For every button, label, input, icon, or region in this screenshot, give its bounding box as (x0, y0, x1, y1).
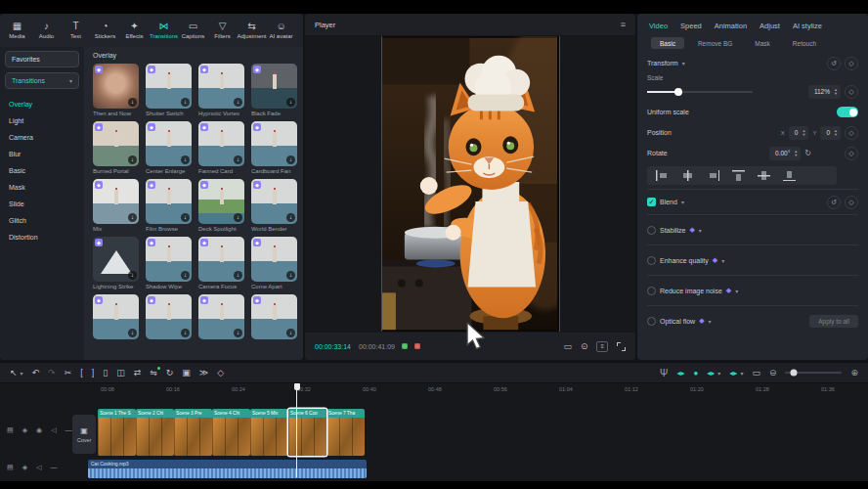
stabilize-checkbox[interactable] (647, 226, 656, 235)
transition-thumbnail[interactable]: ◆↓ (146, 121, 192, 166)
linking-icon[interactable]: ◂▸ (707, 369, 715, 378)
trim-right-icon[interactable]: ] (92, 369, 95, 378)
transition-thumbnail[interactable]: ◆↓ (198, 121, 244, 166)
top-tab-ai-avatar[interactable]: ☺AI avatar (267, 22, 295, 39)
stepper-icon[interactable]: ▲▼ (794, 150, 798, 157)
preview-video-frame[interactable] (381, 36, 560, 332)
keyframe-icon[interactable]: ◇ (845, 57, 858, 70)
hide-track-icon[interactable]: ◉ (36, 426, 42, 434)
split-icon[interactable]: ✂ (65, 369, 72, 378)
chevron-down-icon[interactable]: ▾ (681, 199, 684, 205)
rotate-dial-icon[interactable]: ↻ (804, 149, 811, 157)
dash-track-icon[interactable]: — (65, 426, 72, 434)
tab-adjust[interactable]: Adjust (760, 22, 780, 30)
chevron-down-icon[interactable]: ▾ (699, 227, 702, 234)
player-menu-icon[interactable]: ≡ (621, 20, 626, 29)
subtab-retouch[interactable]: Retouch (784, 37, 825, 49)
keyframe-icon[interactable]: ◇ (845, 196, 858, 209)
transition-thumbnail[interactable]: ◆↓ (146, 64, 192, 109)
chevron-down-icon[interactable]: ▾ (21, 370, 23, 377)
optical-flow-checkbox[interactable] (647, 317, 656, 326)
dash-track-icon[interactable]: — (50, 464, 57, 471)
sidebar-item-camera[interactable]: Camera (5, 129, 79, 146)
stepper-icon[interactable]: ▲▼ (834, 129, 838, 137)
sidebar-item-slide[interactable]: Slide (5, 196, 79, 212)
subtab-remove-bg[interactable]: Remove BG (689, 37, 741, 49)
transition-thumbnail[interactable]: ◆↓ (93, 179, 139, 224)
align-right-icon[interactable] (707, 170, 719, 181)
slider-thumb[interactable] (674, 88, 682, 96)
lock-track-icon[interactable]: ◈ (22, 464, 27, 471)
speed-icon[interactable]: ≫ (199, 369, 208, 378)
options-track-icon[interactable]: ▤ (7, 426, 14, 434)
transition-thumbnail[interactable]: ◆↓ (251, 121, 297, 166)
position-y-box[interactable]: 0 ▲▼ (820, 126, 841, 140)
align-left-icon[interactable] (656, 170, 669, 181)
reverse-icon[interactable]: ⇄ (134, 369, 142, 378)
chevron-down-icon[interactable]: ▾ (682, 60, 685, 67)
transition-thumbnail[interactable]: ◆↓ (198, 294, 244, 339)
top-tab-transitions[interactable]: ⋈Transitions (150, 22, 178, 39)
cover-button[interactable]: ▣ Cover (72, 415, 96, 454)
trim-left-icon[interactable]: [ (80, 369, 83, 378)
transition-thumbnail[interactable]: ◆↓ (251, 294, 297, 339)
transition-thumbnail[interactable]: ◆↓ (251, 179, 297, 224)
top-tab-adjustment[interactable]: ⇆Adjustment (238, 22, 266, 39)
timeline-clip-scene-4-chi[interactable]: Scene 4 Chi (212, 409, 250, 456)
tab-ai-stylize[interactable]: AI stylize (793, 22, 822, 30)
subtab-mask[interactable]: Mask (746, 37, 779, 49)
tab-animation[interactable]: Animation (715, 22, 747, 30)
align-center-v-icon[interactable] (758, 170, 770, 181)
sidebar-item-mask[interactable]: Mask (5, 179, 79, 196)
grid-overlay-icon[interactable] (414, 343, 420, 349)
timeline-clip-scene-7-tha[interactable]: Scene 7 Tha (326, 409, 365, 456)
timeline-zoom-slider[interactable] (785, 372, 842, 374)
auto-snap-icon[interactable]: ● (693, 369, 698, 378)
top-tab-stickers[interactable]: ◔Stickers (91, 22, 119, 39)
mirror-icon[interactable]: ⇋ (150, 369, 157, 378)
timeline-clip-scene-6-coo[interactable]: Scene 6 Coo (288, 409, 326, 456)
subtab-basic[interactable]: Basic (651, 37, 684, 49)
marker-icon[interactable]: ◇ (217, 369, 224, 378)
top-tab-captions[interactable]: ▭Captions (179, 22, 207, 39)
rotate-value-box[interactable]: 0.00° ▲▼ (769, 147, 801, 160)
uniform-scale-toggle[interactable] (837, 107, 858, 117)
transition-thumbnail[interactable]: ◆↓ (93, 64, 139, 109)
safe-area-icon[interactable] (402, 343, 408, 349)
freeze-frame-icon[interactable]: ◫ (116, 369, 125, 378)
chevron-down-icon[interactable]: ▾ (709, 318, 712, 325)
sidebar-item-overlay[interactable]: Overlay (5, 96, 79, 112)
snapshot-icon[interactable]: ⊙ (581, 341, 588, 351)
enhance-quality-checkbox[interactable] (647, 256, 656, 265)
options-track-icon[interactable]: ▤ (7, 464, 14, 471)
reset-icon[interactable]: ↺ (827, 57, 841, 70)
align-top-icon[interactable] (732, 170, 745, 181)
mute-track-icon[interactable]: ◁ (36, 464, 41, 471)
top-tab-text[interactable]: TText (62, 22, 90, 39)
transition-thumbnail[interactable]: ◆↓ (251, 64, 297, 109)
stepper-icon[interactable]: ▲▼ (802, 129, 805, 137)
reduce-image-noise-checkbox[interactable] (647, 287, 656, 295)
player-canvas[interactable] (305, 35, 635, 333)
transition-thumbnail[interactable]: ◆↓ (93, 294, 139, 339)
position-x-box[interactable]: 0 ▲▼ (789, 126, 809, 140)
main-track-magnet-icon[interactable]: ◂▸ (676, 369, 684, 378)
playhead[interactable] (296, 383, 297, 477)
transition-thumbnail[interactable]: ◆↓ (198, 64, 244, 109)
chevron-down-icon[interactable]: ▾ (740, 370, 743, 377)
zoom-out-icon[interactable]: ⊖ (769, 368, 777, 378)
select-icon[interactable]: ↖ (10, 369, 18, 378)
timeline-clip-scene-3-pre[interactable]: Scene 3 Pre (174, 409, 212, 456)
scale-slider[interactable] (647, 91, 753, 93)
transition-thumbnail[interactable]: ◆↓ (146, 237, 192, 282)
undo-icon[interactable]: ↶ (32, 369, 40, 378)
keyframe-icon[interactable]: ◇ (845, 147, 858, 160)
tab-speed[interactable]: Speed (680, 22, 702, 30)
blend-checkbox[interactable]: ✓ (647, 198, 656, 206)
transition-thumbnail[interactable]: ◆↓ (93, 121, 139, 166)
sidebar-item-light[interactable]: Light (5, 112, 79, 129)
transition-thumbnail[interactable]: ◆↓ (146, 179, 192, 224)
rotate-icon[interactable]: ↻ (166, 369, 174, 378)
mute-track-icon[interactable]: ◁ (51, 426, 56, 434)
timeline-clip-scene-2-chi[interactable]: Scene 2 Chi (136, 409, 174, 456)
